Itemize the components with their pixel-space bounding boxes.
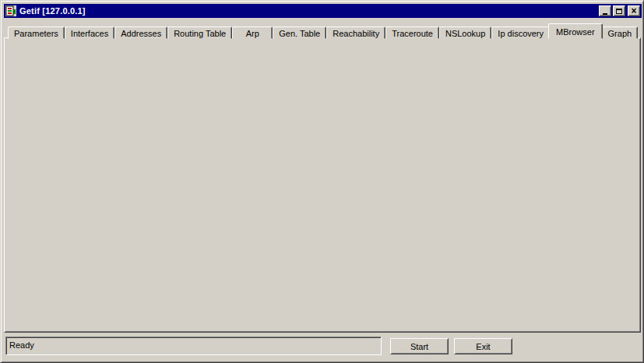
tab-gen-table[interactable]: Gen. Table	[273, 26, 326, 39]
minimize-button[interactable]	[599, 5, 611, 16]
tab-reachability[interactable]: Reachability	[326, 26, 385, 39]
maximize-button[interactable]	[613, 5, 625, 16]
status-box: Ready	[5, 337, 382, 355]
close-icon: ×	[631, 6, 636, 16]
exit-button[interactable]: Exit	[454, 338, 512, 354]
tab-addresses[interactable]: Addresses	[114, 26, 167, 39]
close-button[interactable]: ×	[628, 5, 640, 16]
tab-label: Reachability	[333, 29, 379, 38]
mbrowser-panel	[4, 37, 641, 333]
tab-ip-discovery[interactable]: Ip discovery	[491, 26, 550, 39]
tab-graph[interactable]: Graph	[602, 26, 639, 39]
tab-label: Gen. Table	[279, 29, 320, 38]
app-icon	[5, 5, 16, 16]
tab-label: MBrowser	[556, 27, 595, 37]
minimize-icon	[603, 13, 607, 15]
maximize-icon	[616, 9, 622, 14]
tab-interfaces[interactable]: Interfaces	[65, 26, 114, 39]
tab-bar: Parameters Interfaces Addresses Routing …	[8, 23, 638, 39]
title-bar: Getif [127.0.0.1] ×	[4, 4, 642, 18]
tab-traceroute[interactable]: Traceroute	[385, 26, 439, 39]
tab-arp[interactable]: Arp	[232, 26, 273, 39]
tab-label: NSLookup	[445, 29, 485, 38]
tab-label: Addresses	[121, 29, 161, 38]
tab-nslookup[interactable]: NSLookup	[439, 26, 491, 39]
tab-mbrowser[interactable]: MBrowser	[548, 23, 603, 39]
tab-label: Graph	[608, 29, 632, 38]
app-window: Getif [127.0.0.1] × Parameters Interface…	[0, 0, 644, 363]
tab-label: Routing Table	[174, 29, 226, 38]
tab-label: Ip discovery	[498, 29, 544, 38]
tab-parameters[interactable]: Parameters	[8, 26, 65, 39]
tab-label: Traceroute	[392, 29, 433, 38]
start-button[interactable]: Start	[390, 338, 449, 354]
tab-label: Interfaces	[71, 29, 108, 38]
tab-label: Parameters	[14, 29, 58, 38]
window-title: Getif [127.0.0.1]	[19, 6, 599, 16]
tab-label: Arp	[246, 29, 259, 38]
tab-routing-table[interactable]: Routing Table	[167, 26, 232, 39]
